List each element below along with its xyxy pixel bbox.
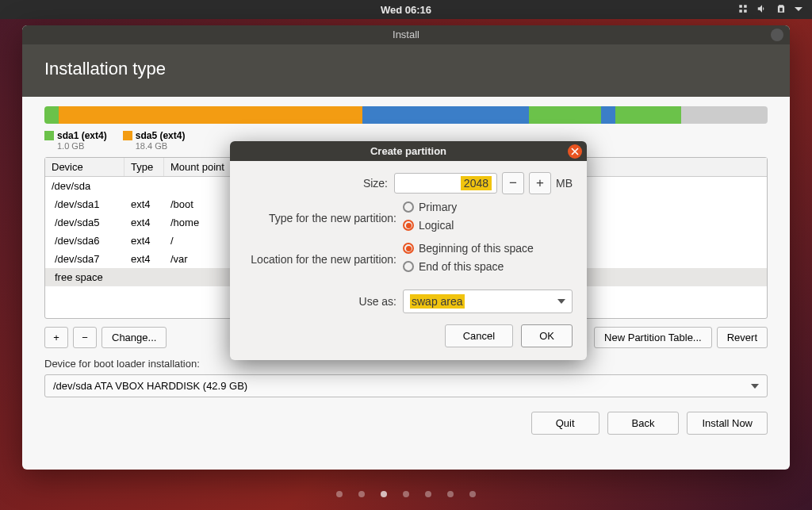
size-label: Size: <box>244 177 394 190</box>
ok-button[interactable]: OK <box>521 324 573 347</box>
clock: Wed 06:16 <box>381 4 431 16</box>
top-menu-bar: Wed 06:16 <box>0 0 812 19</box>
col-type: Type <box>124 158 164 176</box>
install-now-button[interactable]: Install Now <box>687 412 768 435</box>
location-label: Location for the new partition: <box>244 253 403 266</box>
col-device: Device <box>45 158 124 176</box>
system-tray <box>737 3 802 17</box>
type-label: Type for the new partition: <box>244 212 403 224</box>
back-button[interactable]: Back <box>607 412 680 435</box>
size-unit: MB <box>556 177 573 190</box>
size-input[interactable]: 2048 <box>394 173 497 194</box>
installer-titlebar: Install <box>22 25 790 44</box>
radio-location-end[interactable]: End of this space <box>403 260 504 273</box>
legend-item-sda1: sda1 (ext4) 1.0 GB <box>44 130 107 151</box>
radio-location-beginning[interactable]: Beginning of this space <box>403 242 534 255</box>
size-increment-button[interactable]: + <box>529 172 551 194</box>
radio-primary[interactable]: Primary <box>403 201 457 213</box>
chevron-down-icon <box>557 299 565 304</box>
new-partition-table-button[interactable]: New Partition Table... <box>594 327 712 348</box>
slideshow-dots <box>336 491 476 497</box>
partition-usage-bar <box>44 106 768 124</box>
cancel-button[interactable]: Cancel <box>445 324 513 347</box>
window-title: Install <box>393 29 419 40</box>
close-icon[interactable] <box>771 29 783 41</box>
volume-icon[interactable] <box>756 3 768 17</box>
chevron-down-icon <box>751 384 759 389</box>
legend-item-sda5: sda5 (ext4) 18.4 GB <box>123 130 186 151</box>
network-icon[interactable] <box>737 3 749 17</box>
quit-button[interactable]: Quit <box>531 412 599 435</box>
create-partition-dialog: Create partition Size: 2048 − + MB Type … <box>230 141 587 360</box>
add-partition-button[interactable]: + <box>44 327 68 348</box>
page-heading: Installation type <box>22 44 790 97</box>
useas-select[interactable]: swap area <box>403 290 573 313</box>
radio-logical[interactable]: Logical <box>403 219 454 232</box>
battery-icon[interactable] <box>776 3 787 17</box>
remove-partition-button[interactable]: − <box>73 327 97 348</box>
dialog-close-button[interactable] <box>568 144 582 159</box>
change-partition-button[interactable]: Change... <box>102 327 167 348</box>
useas-label: Use as: <box>244 295 403 308</box>
revert-button[interactable]: Revert <box>717 327 768 348</box>
dialog-titlebar: Create partition <box>230 141 587 161</box>
bootloader-select[interactable]: /dev/sda ATA VBOX HARDDISK (42.9 GB) <box>44 374 768 397</box>
dropdown-icon[interactable] <box>795 4 802 16</box>
size-decrement-button[interactable]: − <box>502 172 524 194</box>
